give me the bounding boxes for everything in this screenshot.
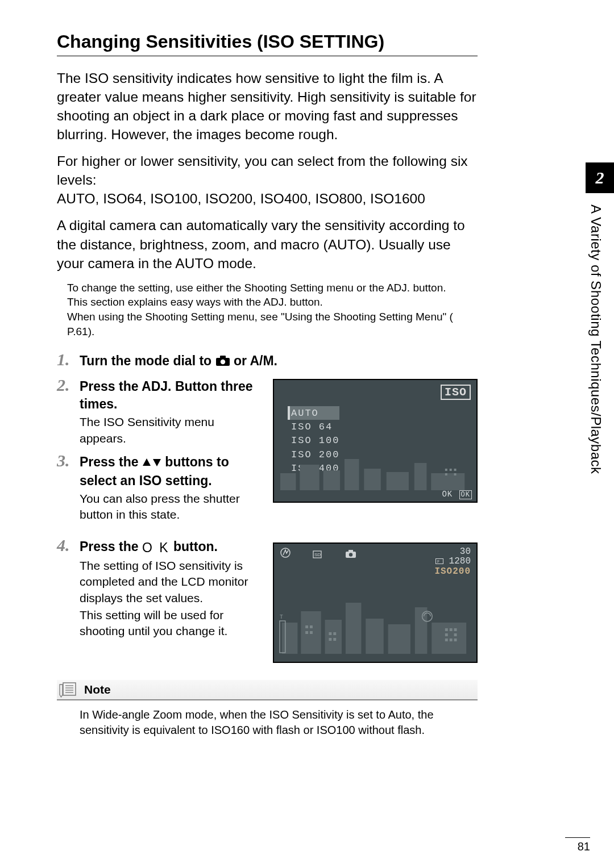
svg-rect-33 [432, 623, 466, 654]
title-rule [57, 56, 478, 56]
svg-rect-38 [329, 632, 331, 635]
step-1: 1 Turn the mode dial to or A/M. [57, 352, 478, 371]
svg-marker-58 [60, 685, 63, 697]
svg-rect-9 [364, 469, 380, 490]
chapter-title-vertical: A Variety of Shooting Techniques/Playbac… [588, 205, 604, 474]
svg-text:T: T [280, 614, 283, 620]
svg-rect-14 [450, 469, 452, 471]
iso-levels-list: AUTO, ISO64, ISO100, ISO200, ISO400, ISO… [57, 189, 478, 208]
note-icon [59, 681, 78, 698]
lcd-frame: SD 30 F 1280 ISO200 [273, 542, 478, 663]
svg-rect-39 [333, 632, 336, 635]
svg-rect-22 [349, 550, 353, 553]
lcd-status-right: 30 F 1280 ISO200 [434, 547, 471, 577]
svg-rect-28 [325, 620, 342, 654]
note-header: Note [57, 680, 478, 700]
svg-rect-37 [310, 631, 313, 634]
svg-rect-44 [454, 628, 457, 631]
step-number: 2 [57, 375, 70, 395]
svg-rect-36 [305, 631, 308, 634]
ok-box-icon: OK [459, 490, 472, 499]
shots-remaining: 30 [434, 547, 471, 557]
content-column: Changing Sensitivities (ISO SETTING) The… [57, 31, 478, 738]
iso-value: ISO200 [434, 567, 471, 577]
step-number: 4 [57, 536, 70, 555]
step-heading: Turn the mode dial to or A/M. [80, 352, 478, 371]
sd-icon: SD [313, 550, 323, 558]
svg-rect-35 [310, 625, 313, 628]
svg-point-2 [220, 360, 225, 364]
step-heading: Press the buttons to select an ISO setti… [80, 453, 263, 490]
note-block: Note In Wide-angle Zoom mode, when the I… [57, 680, 478, 738]
lcd-ok-hint: OK OK [442, 490, 472, 499]
step-description: The setting of ISO sensitivity is comple… [80, 558, 263, 606]
svg-rect-30 [366, 619, 383, 654]
lcd-screenshot-menu: ISO AUTO ISO 64 ISO 100 ISO 200 ISO 400 [273, 378, 478, 530]
iso-badge: ISO [441, 385, 471, 400]
camera-icon [215, 353, 230, 371]
ok-text-icon: O K [142, 539, 170, 557]
lcd-frame: ISO AUTO ISO 64 ISO 100 ISO 200 ISO 400 [273, 379, 478, 503]
svg-rect-7 [323, 470, 340, 490]
svg-rect-17 [454, 473, 457, 475]
lcd-screenshot-result: SD 30 F 1280 ISO200 [273, 530, 478, 663]
svg-rect-12 [431, 473, 464, 490]
step-description: You can also press the shutter button in… [80, 491, 263, 523]
svg-rect-15 [454, 469, 457, 471]
step-heading: Press the O K button. [80, 538, 263, 557]
intro-paragraph-2: For higher or lower sensitivity, you can… [57, 152, 478, 189]
svg-rect-8 [345, 459, 359, 490]
lcd-status-bar: SD 30 F 1280 ISO200 [274, 547, 476, 577]
svg-rect-49 [454, 639, 457, 641]
svg-rect-42 [445, 628, 448, 631]
lcd-status-left: SD [280, 547, 356, 577]
svg-text:SD: SD [314, 552, 321, 557]
step-description: This setting will be used for shooting u… [80, 607, 263, 640]
step-number: 3 [57, 451, 70, 470]
procedure-note-line: To change the setting, use either the Sh… [67, 281, 478, 295]
iso-menu-item: ISO 64 [291, 420, 339, 433]
svg-rect-53 [63, 683, 76, 695]
svg-rect-47 [445, 639, 448, 641]
lcd-background-art: T [277, 591, 473, 654]
svg-rect-5 [280, 473, 296, 490]
step-3: 3 Press the buttons to select an ISO set… [57, 453, 263, 523]
step-heading: Press the ADJ. Button three times. [80, 378, 263, 413]
step-number: 1 [57, 350, 70, 369]
lcd-background-art [277, 456, 473, 490]
svg-rect-6 [300, 465, 319, 490]
svg-rect-29 [346, 603, 362, 654]
image-size: F 1280 [434, 557, 471, 567]
svg-text:F: F [437, 560, 439, 564]
svg-rect-34 [305, 625, 308, 628]
intro-paragraph-1: The ISO sensitivity indicates how sensit… [57, 69, 478, 144]
svg-rect-1 [220, 356, 226, 359]
svg-rect-10 [387, 472, 409, 490]
chapter-number: 2 [596, 168, 604, 187]
svg-rect-31 [388, 624, 410, 654]
svg-marker-3 [143, 458, 151, 466]
svg-rect-41 [333, 638, 336, 641]
svg-rect-11 [414, 463, 427, 490]
up-down-icon [142, 454, 161, 472]
procedure-note-line: When using the Shooting Setting menu, se… [67, 310, 478, 339]
steps-list: 1 Turn the mode dial to or A/M. 2 Press … [57, 352, 478, 663]
svg-rect-46 [454, 633, 457, 636]
intro-paragraph-3: A digital camera can automatically vary … [57, 216, 478, 272]
svg-marker-4 [153, 459, 161, 466]
chapter-tab: 2 [586, 162, 614, 193]
step-2: 2 Press the ADJ. Button three times. The… [57, 378, 263, 446]
step-description: The ISO Sensitivity menu appears. [80, 414, 263, 446]
svg-rect-16 [445, 473, 447, 475]
svg-rect-13 [445, 469, 447, 471]
note-body: In Wide-angle Zoom mode, when the ISO Se… [80, 707, 478, 738]
page-number: 81 [565, 837, 590, 853]
note-label: Note [84, 683, 111, 696]
svg-rect-32 [415, 607, 428, 654]
svg-rect-43 [450, 628, 453, 631]
svg-rect-40 [329, 638, 331, 641]
camera-mode-icon [345, 549, 356, 558]
step-4: 4 Press the O K button. The setting of I… [57, 538, 263, 640]
manual-page: Changing Sensitivities (ISO SETTING) The… [0, 0, 614, 868]
iso-menu-item-selected: AUTO [288, 406, 339, 420]
